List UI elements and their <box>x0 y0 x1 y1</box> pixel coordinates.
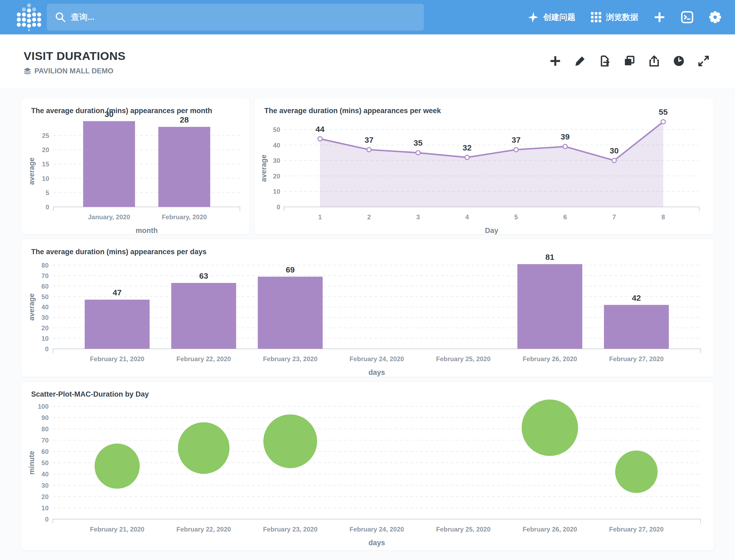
svg-text:60: 60 <box>41 448 49 455</box>
svg-text:average: average <box>28 293 36 321</box>
svg-text:February 21, 2020: February 21, 2020 <box>90 355 145 362</box>
svg-text:January, 2020: January, 2020 <box>88 213 130 221</box>
svg-text:80: 80 <box>41 262 49 269</box>
svg-text:2: 2 <box>367 213 371 221</box>
svg-text:37: 37 <box>365 135 373 144</box>
svg-text:80: 80 <box>41 425 49 433</box>
auto-refresh-button[interactable] <box>671 53 687 69</box>
sparkle-icon <box>527 11 539 23</box>
svg-text:February 23, 2020: February 23, 2020 <box>263 526 318 533</box>
svg-text:10: 10 <box>41 335 49 342</box>
svg-text:69: 69 <box>286 265 295 274</box>
svg-text:February, 2020: February, 2020 <box>162 213 207 221</box>
svg-text:40: 40 <box>273 142 280 149</box>
search-placeholder: 查询... <box>71 12 95 23</box>
svg-text:30: 30 <box>41 314 49 321</box>
svg-text:average: average <box>28 157 36 185</box>
settings-gear-button[interactable] <box>709 11 722 24</box>
svg-text:20: 20 <box>42 146 49 153</box>
svg-text:days: days <box>368 368 385 376</box>
svg-text:30: 30 <box>273 157 280 164</box>
svg-text:0: 0 <box>277 203 280 211</box>
bar-chart-per-month: 0510152025January, 2020February, 2020mon… <box>21 98 250 235</box>
svg-text:February 26, 2020: February 26, 2020 <box>522 355 577 362</box>
gear-icon <box>709 11 722 24</box>
chart-card-per-month[interactable]: The average duration (mins) appearances … <box>21 98 250 235</box>
svg-text:1: 1 <box>318 213 322 221</box>
chart-card-per-days[interactable]: The average duration (mins) appearances … <box>21 239 714 377</box>
svg-text:February 26, 2020: February 26, 2020 <box>522 526 577 533</box>
search-icon <box>55 12 66 23</box>
svg-text:70: 70 <box>41 437 49 444</box>
svg-text:25: 25 <box>42 132 49 139</box>
bar-chart-per-days: 01020304050607080February 21, 2020Februa… <box>21 239 714 377</box>
search-bar[interactable]: 查询... <box>47 4 424 31</box>
area-chart-per-week: 0102030405012345678Dayaverage44373532373… <box>255 98 714 235</box>
browse-data-label: 浏览数据 <box>606 12 638 23</box>
svg-text:35: 35 <box>414 138 422 147</box>
new-question-label: 创建问题 <box>543 12 575 23</box>
metabase-logo-icon[interactable] <box>15 3 43 31</box>
breadcrumb[interactable]: PAVILION MALL DEMO <box>24 67 126 75</box>
svg-text:20: 20 <box>41 493 49 500</box>
share-icon <box>648 55 660 67</box>
svg-text:20: 20 <box>41 324 49 332</box>
duplicate-dashboard-button[interactable] <box>622 53 637 69</box>
svg-text:0: 0 <box>45 516 49 523</box>
chart-card-per-week[interactable]: The average duration (mins) appearances … <box>254 98 714 235</box>
browse-data-button[interactable]: 浏览数据 <box>590 12 638 23</box>
svg-text:81: 81 <box>545 253 554 261</box>
svg-text:6: 6 <box>563 213 567 221</box>
svg-text:February 25, 2020: February 25, 2020 <box>436 526 490 533</box>
svg-text:28: 28 <box>180 115 189 124</box>
edit-dashboard-button[interactable] <box>572 53 588 69</box>
svg-text:39: 39 <box>561 132 569 141</box>
duplicate-icon <box>623 55 636 67</box>
new-question-button[interactable]: 创建问题 <box>527 11 575 23</box>
svg-text:3: 3 <box>416 213 420 221</box>
svg-text:90: 90 <box>41 414 49 421</box>
svg-text:February 21, 2020: February 21, 2020 <box>90 526 145 533</box>
svg-text:February 23, 2020: February 23, 2020 <box>263 355 318 362</box>
svg-text:7: 7 <box>612 213 616 221</box>
svg-text:February 24, 2020: February 24, 2020 <box>350 355 404 362</box>
fullscreen-button[interactable] <box>696 53 711 69</box>
console-icon <box>681 11 694 24</box>
svg-text:15: 15 <box>42 160 49 168</box>
chart-title: The average duration (mins) appearances … <box>31 107 212 115</box>
chart-title: The average duration (mins) appearances … <box>31 248 207 256</box>
svg-text:30: 30 <box>41 482 49 489</box>
add-card-button[interactable] <box>547 53 563 69</box>
svg-text:5: 5 <box>514 213 518 221</box>
add-card-icon <box>549 55 562 67</box>
clock-icon <box>672 55 685 67</box>
svg-text:50: 50 <box>41 293 49 300</box>
svg-text:20: 20 <box>273 173 280 180</box>
dashboard-grid: The average duration (mins) appearances … <box>0 89 735 560</box>
svg-text:month: month <box>136 227 158 235</box>
svg-text:30: 30 <box>610 146 619 155</box>
dashboard-toolbar <box>547 53 711 88</box>
svg-text:60: 60 <box>41 283 49 290</box>
svg-text:4: 4 <box>465 213 469 221</box>
metabase-dots <box>17 3 41 31</box>
move-dashboard-button[interactable] <box>597 53 612 69</box>
svg-text:47: 47 <box>113 288 121 297</box>
svg-text:63: 63 <box>199 271 208 280</box>
svg-text:February 27, 2020: February 27, 2020 <box>609 355 664 362</box>
svg-text:0: 0 <box>46 203 49 211</box>
navbar: 查询... 创建问题 浏览数据 <box>0 0 735 34</box>
grid-icon <box>590 12 602 23</box>
svg-text:50: 50 <box>41 459 49 466</box>
chart-title: The average duration (mins) appearances … <box>264 107 441 115</box>
sql-console-button[interactable] <box>681 11 694 24</box>
svg-text:February 27, 2020: February 27, 2020 <box>609 526 664 533</box>
share-dashboard-button[interactable] <box>646 53 662 69</box>
add-button[interactable] <box>653 11 666 23</box>
svg-text:10: 10 <box>41 504 49 512</box>
svg-text:44: 44 <box>316 125 325 134</box>
svg-text:37: 37 <box>512 135 521 144</box>
svg-text:average: average <box>260 155 268 182</box>
chart-card-scatter[interactable]: Scatter-Plot-MAC-Duration by Day 0102030… <box>21 381 714 551</box>
chart-title: Scatter-Plot-MAC-Duration by Day <box>31 390 149 399</box>
